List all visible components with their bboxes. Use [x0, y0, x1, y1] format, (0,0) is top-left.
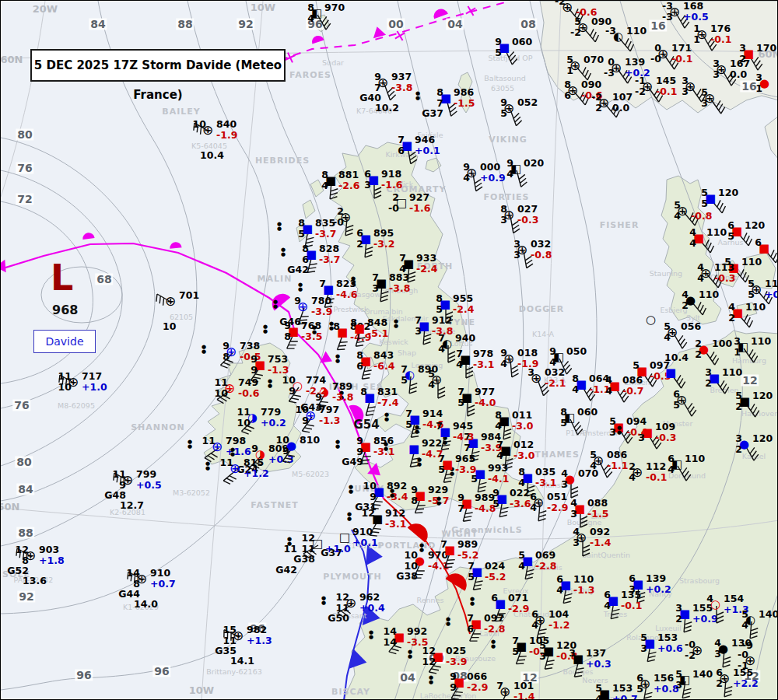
station-dewpoint: 4: [652, 332, 671, 342]
station-tendency: -0.1: [621, 600, 642, 611]
station-tendency: -1.5: [587, 509, 608, 519]
station-pressure: 910: [352, 527, 373, 537]
station-tendency: -2.4: [416, 264, 437, 274]
station-temp: 3: [557, 648, 576, 658]
weather-dots-icon: ●●: [329, 321, 334, 331]
station-pressure: 069: [535, 550, 555, 560]
weather-dots-icon: ●●: [429, 675, 433, 684]
station-gust: G50: [323, 613, 349, 623]
weather-dots-icon: ●●: [202, 345, 206, 354]
station-dewpoint: 4: [578, 460, 597, 471]
station-temp: 10: [187, 119, 206, 129]
station-tendency: -3.9: [455, 464, 476, 474]
station-gust: G42: [271, 565, 297, 575]
station-tendency: -0.1: [671, 54, 692, 64]
station-pressure: 167: [730, 58, 750, 68]
station-temp: 12: [356, 508, 375, 518]
station-dewpoint: 9: [271, 446, 289, 456]
station-temp: 10: [290, 404, 309, 415]
station-temp: 7: [403, 315, 422, 325]
weather-dots-icon: ●●: [312, 325, 317, 334]
station-temp: 3: [701, 58, 720, 68]
station-temp: 7: [429, 539, 447, 549]
station-tendency: +1.3: [247, 635, 272, 646]
station-dewpoint: 3: [689, 98, 708, 108]
station-pressure: 789: [332, 381, 352, 391]
station-pressure: 810: [300, 435, 320, 445]
station-temp: 2: [617, 461, 636, 471]
station-temp: 11: [279, 544, 297, 554]
station-pressure: 110: [685, 453, 705, 464]
station-temp: 5: [724, 390, 742, 401]
station-tendency: -1.9: [216, 130, 237, 140]
station-dewpoint: 1: [744, 83, 762, 93]
station-pressure: 110: [741, 257, 762, 267]
station-tendency: -1.4: [513, 691, 534, 700]
station-temp: 8: [483, 410, 502, 420]
cold-front-triangle: [320, 351, 335, 367]
weather-dots-icon: ●●: [187, 439, 192, 449]
weather-dots-icon: ●●: [390, 488, 394, 498]
station-tendency: -5.1: [367, 328, 388, 338]
station-dewpoint: 7: [446, 503, 464, 513]
station-pressure: 032: [531, 239, 551, 249]
station-pressure: 883: [389, 272, 409, 282]
station-temp: 5: [736, 278, 755, 289]
station-temp: 8: [548, 407, 567, 417]
weather-dots-icon: ●●: [205, 461, 210, 471]
station-temp: 11: [107, 469, 126, 479]
station-dewpoint: 9: [277, 386, 296, 396]
station-extra: 13.6: [23, 576, 47, 586]
station-temp: 12: [331, 592, 349, 602]
station-dewpoint: 4: [416, 380, 435, 390]
station-pressure: 140: [692, 669, 713, 679]
station-pressure: 955: [453, 293, 473, 303]
station-temp: 4: [670, 289, 689, 299]
station-extra: 10.2: [375, 103, 399, 113]
station-tendency: -3.8: [389, 283, 410, 293]
station-pressure: 088: [587, 498, 608, 508]
station-pressure: 032: [545, 367, 565, 377]
station-temp: 9: [489, 348, 507, 358]
station-pressure: 945: [453, 421, 473, 431]
station-temp: 6: [592, 590, 611, 600]
station-temp: 10: [358, 481, 377, 491]
station-pressure: 120: [752, 433, 773, 443]
station-temp: -0: [730, 649, 748, 660]
station-dewpoint: 3: [626, 432, 645, 443]
station-dewpoint: 4: [592, 600, 611, 611]
station-extra: 10.4: [200, 150, 224, 160]
station-temp: 5: [555, 54, 573, 65]
station-dewpoint: 9: [438, 682, 457, 692]
station-tendency: -0.3: [714, 273, 735, 283]
station-extra: 14.1: [230, 656, 254, 666]
station-pressure: 110: [573, 574, 594, 584]
station-tendency: +0.7: [612, 694, 638, 700]
station-dewpoint: -3: [596, 68, 615, 78]
station-dewpoint: 1: [722, 347, 741, 357]
station-temp: 5: [598, 416, 616, 426]
station-tendency: -3.5: [407, 637, 428, 647]
warm-front-semicircle: [310, 34, 324, 44]
station-pressure: 153: [657, 632, 678, 642]
weather-dots-icon: ●●: [384, 412, 389, 422]
station-tendency: -0.6: [238, 388, 259, 398]
station-pressure: 113: [714, 262, 734, 272]
station-pressure: 946: [415, 135, 435, 145]
station-temp: 2: [325, 206, 344, 216]
station-pressure: 025: [446, 646, 466, 656]
station-tendency: -4.3: [453, 432, 474, 442]
station-dewpoint: 3: [403, 326, 422, 336]
station-tendency: -3.7: [319, 254, 340, 264]
station-dewpoint: 4: [310, 180, 328, 191]
weather-dots-icon: ●●: [335, 354, 340, 363]
station-pressure: 815: [244, 457, 264, 467]
weather-dots-icon: ●●: [491, 639, 496, 649]
station-dewpoint: 3: [549, 479, 568, 489]
station-temp: 8: [345, 350, 363, 360]
station-temp: 6: [743, 237, 762, 247]
station-temp: 6: [656, 453, 675, 464]
station-dewpoint: 4: [617, 472, 636, 482]
station-tendency: +2.2: [733, 678, 759, 688]
station-pressure: 962: [359, 592, 380, 602]
